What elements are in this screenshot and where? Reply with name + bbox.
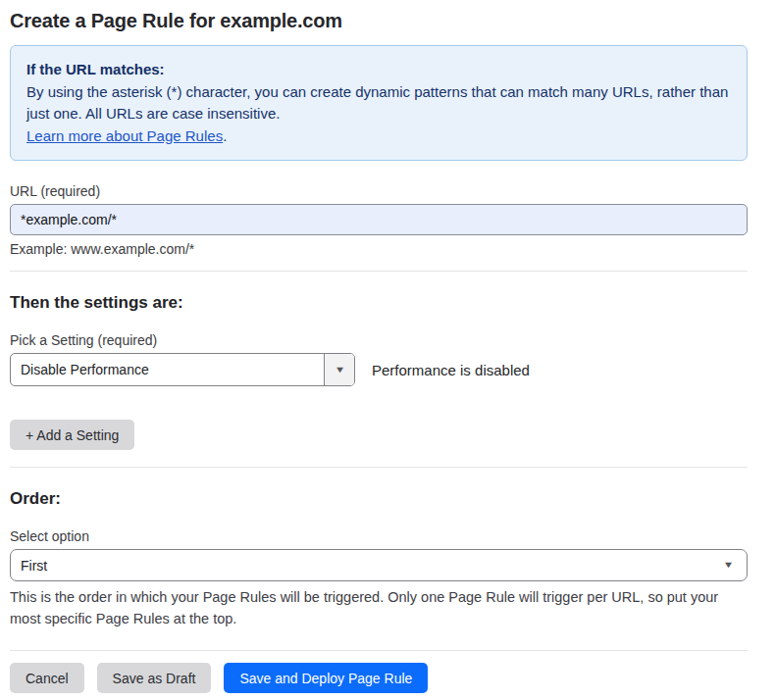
pick-setting-label: Pick a Setting (required) bbox=[10, 332, 748, 348]
link-suffix: . bbox=[223, 127, 227, 144]
save-as-draft-button[interactable]: Save as Draft bbox=[97, 663, 212, 693]
save-and-deploy-button[interactable]: Save and Deploy Page Rule bbox=[224, 663, 428, 693]
page-title: Create a Page Rule for example.com bbox=[10, 10, 748, 32]
setting-dropdown-value: Disable Performance bbox=[11, 354, 324, 385]
settings-section-heading: Then the settings are: bbox=[10, 293, 748, 313]
setting-dropdown[interactable]: Disable Performance ▼ bbox=[10, 353, 355, 386]
footer-actions: Cancel Save as Draft Save and Deploy Pag… bbox=[10, 663, 748, 693]
info-box-heading: If the URL matches: bbox=[26, 59, 731, 81]
order-help-text: This is the order in which your Page Rul… bbox=[10, 586, 748, 629]
chevron-down-icon: ▼ bbox=[723, 561, 735, 570]
create-page-rule-panel: Create a Page Rule for example.com If th… bbox=[0, 0, 775, 700]
divider bbox=[10, 650, 748, 651]
info-box-body: By using the asterisk (*) character, you… bbox=[26, 81, 731, 125]
setting-picker-row: Disable Performance ▼ Performance is dis… bbox=[10, 353, 748, 386]
chevron-down-icon: ▼ bbox=[334, 366, 345, 375]
order-select-label: Select option bbox=[10, 528, 748, 544]
add-setting-button[interactable]: + Add a Setting bbox=[10, 420, 134, 450]
learn-more-link[interactable]: Learn more about Page Rules bbox=[26, 127, 223, 144]
setting-status-text: Performance is disabled bbox=[372, 362, 530, 378]
divider bbox=[10, 271, 748, 272]
order-select[interactable]: First ▼ bbox=[10, 549, 748, 581]
url-example-text: Example: www.example.com/* bbox=[10, 241, 748, 257]
url-match-info-box: If the URL matches: By using the asteris… bbox=[10, 45, 748, 161]
order-select-value: First bbox=[21, 558, 47, 574]
url-input[interactable] bbox=[10, 204, 748, 235]
divider bbox=[10, 467, 748, 468]
order-section-heading: Order: bbox=[10, 489, 748, 509]
info-box-link-line: Learn more about Page Rules. bbox=[26, 125, 731, 148]
setting-dropdown-arrow-button[interactable]: ▼ bbox=[324, 354, 354, 385]
url-field-label: URL (required) bbox=[10, 183, 748, 199]
cancel-button[interactable]: Cancel bbox=[10, 663, 84, 693]
